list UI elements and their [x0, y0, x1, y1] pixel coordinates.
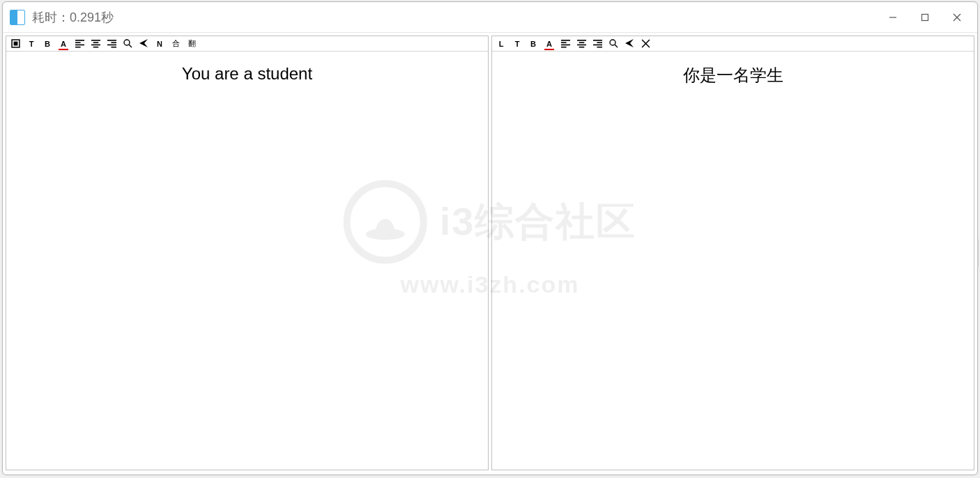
svg-rect-31: [597, 47, 602, 48]
target-editor[interactable]: 你是一名学生: [492, 52, 974, 470]
search-icon: [609, 39, 618, 48]
svg-point-32: [610, 40, 615, 45]
target-pane: L T B A: [491, 36, 974, 470]
svg-rect-27: [579, 47, 584, 48]
svg-rect-9: [75, 47, 81, 48]
align-left-button-r[interactable]: [560, 39, 570, 49]
svg-rect-7: [75, 42, 81, 43]
svg-rect-10: [91, 40, 100, 41]
send-button[interactable]: [139, 39, 148, 49]
maximize-button[interactable]: [909, 7, 941, 28]
app-window: 耗时：0.291秒 T B A: [2, 1, 978, 475]
lock-button[interactable]: L: [496, 39, 506, 49]
align-right-button-r[interactable]: [592, 39, 602, 49]
title-bar: 耗时：0.291秒: [3, 2, 977, 33]
svg-point-18: [124, 40, 130, 45]
source-toolbar: T B A N 合 翻: [6, 36, 488, 52]
bold-button-r[interactable]: B: [528, 39, 538, 49]
svg-rect-6: [75, 40, 84, 41]
align-center-button[interactable]: [91, 39, 100, 49]
svg-rect-23: [561, 47, 567, 48]
svg-rect-17: [111, 47, 116, 48]
send-button-r[interactable]: [625, 39, 634, 49]
source-pane: T B A N 合 翻: [6, 36, 489, 470]
svg-rect-5: [14, 42, 17, 45]
window-title: 耗时：0.291秒: [32, 9, 114, 26]
select-mode-button[interactable]: [10, 39, 20, 49]
svg-rect-30: [593, 45, 602, 46]
translate-button[interactable]: 翻: [187, 39, 197, 49]
svg-rect-16: [107, 45, 116, 46]
close-button[interactable]: [941, 7, 973, 28]
align-right-button[interactable]: [107, 39, 116, 49]
align-left-icon: [75, 39, 84, 48]
right-edge-grip: [977, 239, 979, 267]
font-color-button[interactable]: A: [59, 39, 68, 49]
app-icon: [10, 10, 25, 25]
bold-button[interactable]: B: [43, 39, 52, 49]
align-right-icon: [593, 39, 602, 48]
svg-rect-21: [561, 42, 567, 43]
maximize-icon: [921, 13, 929, 22]
square-icon: [11, 39, 20, 48]
send-icon: [625, 39, 634, 48]
target-toolbar: L T B A: [492, 36, 974, 52]
svg-rect-14: [107, 40, 116, 41]
svg-rect-26: [577, 45, 586, 46]
svg-line-33: [615, 45, 618, 47]
merge-button[interactable]: 合: [171, 39, 181, 49]
target-text: 你是一名学生: [496, 64, 970, 86]
align-left-button[interactable]: [75, 39, 84, 49]
send-icon: [139, 39, 148, 48]
minimize-button[interactable]: [877, 7, 909, 28]
close-icon: [641, 39, 650, 48]
text-tool-button-r[interactable]: T: [512, 39, 522, 49]
align-center-icon: [91, 39, 100, 48]
svg-rect-15: [111, 42, 116, 43]
align-left-icon: [561, 39, 570, 48]
svg-rect-20: [561, 40, 570, 41]
search-button-r[interactable]: [608, 39, 618, 49]
svg-rect-11: [93, 42, 98, 43]
minimize-icon: [889, 13, 897, 22]
split-body: T B A N 合 翻: [3, 33, 977, 475]
search-button[interactable]: [123, 39, 132, 49]
source-editor[interactable]: You are a student: [6, 52, 488, 470]
svg-rect-8: [75, 45, 84, 46]
svg-rect-22: [561, 45, 570, 46]
search-icon: [123, 39, 132, 48]
svg-rect-29: [597, 42, 602, 43]
close-icon: [952, 13, 962, 22]
svg-line-19: [129, 45, 132, 47]
clear-button[interactable]: [641, 39, 650, 49]
align-center-button-r[interactable]: [576, 39, 586, 49]
n-button[interactable]: N: [155, 39, 164, 49]
font-color-button-r[interactable]: A: [544, 39, 554, 49]
svg-rect-1: [922, 14, 928, 20]
svg-rect-25: [579, 42, 584, 43]
svg-rect-28: [593, 40, 602, 41]
align-center-icon: [577, 39, 586, 48]
svg-rect-24: [577, 40, 586, 41]
source-text: You are a student: [10, 64, 484, 84]
svg-rect-13: [93, 47, 98, 48]
text-tool-button[interactable]: T: [26, 39, 36, 49]
align-right-icon: [107, 39, 116, 48]
svg-rect-12: [91, 45, 100, 46]
